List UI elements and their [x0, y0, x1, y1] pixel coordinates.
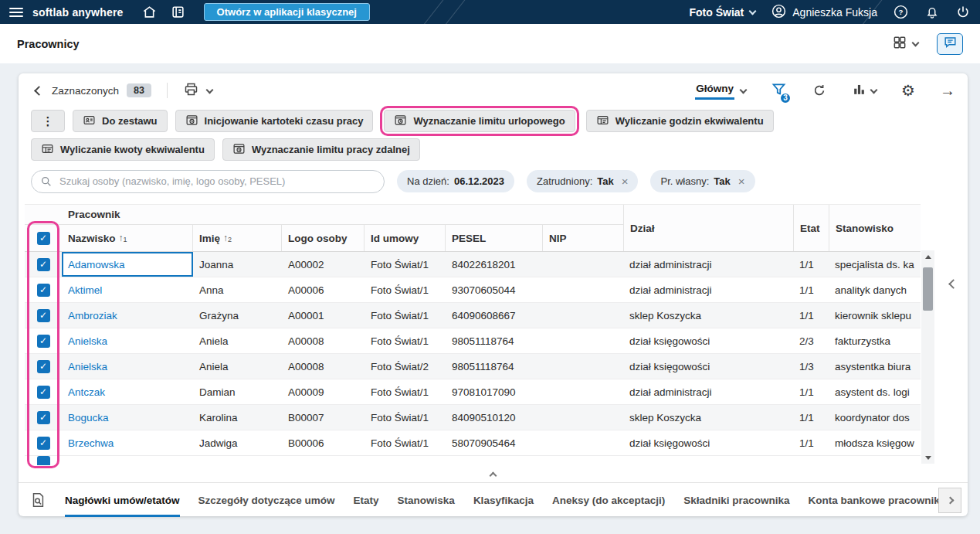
refresh-button[interactable] — [812, 83, 827, 98]
wyliczanie-kwoty-button[interactable]: Wyliczanie kwoty ekwiwalentu — [31, 138, 215, 161]
table-row[interactable]: ✓ Ambroziak Grażyna A00001 Foto Świat/1 … — [25, 303, 921, 328]
row-checkbox[interactable]: ✓ — [37, 335, 50, 348]
cell-etat[interactable]: 1/1 — [793, 386, 829, 398]
chevron-down-icon[interactable] — [206, 86, 214, 94]
cell-nazwisko[interactable]: Anielska — [62, 361, 193, 372]
row-checkbox[interactable]: ✓ — [37, 258, 50, 271]
cell-logo-osoby[interactable]: B00007 — [282, 412, 365, 423]
own-worker-filter-chip[interactable]: Pr. własny: Tak × — [650, 170, 754, 192]
tab-stanowiska[interactable]: Stanowiska — [398, 483, 455, 517]
cell-dzial[interactable]: dział administracji — [623, 284, 793, 296]
row-checkbox[interactable]: ✓ — [37, 360, 50, 373]
collapse-side-panel-button[interactable] — [946, 273, 961, 294]
cell-etat[interactable]: 1/3 — [793, 361, 829, 372]
row-checkbox[interactable]: ✓ — [37, 284, 50, 297]
row-checkbox[interactable]: ✓ — [37, 411, 50, 424]
table-row[interactable]: ✓ Anielska Aniela A00008 Foto Świat/1 98… — [25, 328, 921, 354]
column-header-imie[interactable]: Imię ↑2 — [193, 225, 282, 251]
cell-logo-osoby[interactable]: A00006 — [282, 284, 365, 296]
settings-gear-icon[interactable]: ⚙ — [901, 83, 915, 98]
cell-nazwisko[interactable]: Ambroziak — [62, 310, 193, 321]
tab-konta-bankowe[interactable]: Konta bankowe pracownik — [809, 483, 940, 517]
employed-filter-chip[interactable]: Zatrudniony: Tak × — [527, 170, 638, 192]
print-button[interactable] — [183, 81, 212, 100]
cell-id-umowy[interactable]: Foto Świat/1 — [365, 310, 446, 321]
cell-id-umowy[interactable]: Foto Świat/1 — [365, 335, 446, 347]
close-icon[interactable]: × — [738, 175, 745, 187]
wyznaczanie-limitu-pracy-zdalnej-button[interactable]: Wyznaczanie limitu pracy zdalnej — [222, 138, 420, 161]
cell-nazwisko[interactable]: Brzechwa — [62, 437, 193, 449]
power-logout-icon[interactable] — [955, 5, 971, 20]
cell-etat[interactable]: 1/1 — [793, 437, 829, 449]
cell-pesel[interactable]: 98051118764 — [446, 361, 543, 372]
charts-button[interactable] — [852, 82, 877, 100]
vertical-scrollbar[interactable] — [921, 250, 934, 464]
column-header-etat[interactable]: Etat — [793, 205, 829, 251]
cell-stanowisko[interactable]: fakturzystka — [829, 335, 921, 347]
cell-id-umowy[interactable]: Foto Świat/1 — [365, 386, 446, 398]
cell-logo-osoby[interactable]: A00002 — [282, 259, 365, 270]
tab-skladniki[interactable]: Składniki pracownika — [683, 483, 789, 517]
expand-arrow-right-icon[interactable]: → — [940, 83, 955, 98]
cell-stanowisko[interactable]: specjalista ds. ka — [829, 259, 921, 270]
tab-aneksy[interactable]: Aneksy (do akceptacji) — [552, 483, 665, 517]
scrollbar-track[interactable] — [921, 263, 934, 451]
row-checkbox[interactable]: ✓ — [37, 309, 50, 322]
cell-logo-osoby[interactable]: A00008 — [282, 361, 365, 372]
cell-pesel[interactable]: 98051118764 — [446, 335, 543, 347]
select-all-checkbox[interactable]: ✓ — [37, 232, 50, 245]
column-header-stanowisko[interactable]: Stanowisko — [829, 205, 921, 251]
close-icon[interactable]: × — [622, 175, 629, 187]
back-chevron-button[interactable] — [31, 84, 47, 97]
cell-etat[interactable]: 2/3 — [793, 335, 829, 347]
cell-dzial[interactable]: dział administracji — [623, 386, 793, 398]
open-classic-app-button[interactable]: Otwórz w aplikacji klasycznej — [204, 3, 370, 21]
cell-stanowisko[interactable]: koordynator dos — [829, 412, 921, 423]
cell-nazwisko[interactable]: Aktimel — [62, 284, 193, 296]
search-input[interactable] — [31, 170, 385, 193]
scrollbar-thumb[interactable] — [923, 267, 933, 311]
tab-szczegoly-umow[interactable]: Szczegóły dotyczące umów — [198, 483, 335, 517]
cell-nazwisko[interactable]: Bogucka — [62, 412, 193, 423]
tab-naglowki-umow[interactable]: Nagłówki umów/etatów — [65, 483, 180, 517]
cell-id-umowy[interactable]: Foto Świat/1 — [365, 412, 446, 423]
cell-etat[interactable]: 1/1 — [793, 259, 829, 270]
cell-stanowisko[interactable]: kierownik sklepu — [829, 310, 921, 321]
journal-icon[interactable] — [171, 5, 185, 19]
cell-dzial[interactable]: dział księgowości — [623, 361, 793, 372]
cell-logo-osoby[interactable]: B00006 — [282, 437, 365, 449]
table-row[interactable]: ✓ Bogucka Karolina B00007 Foto Świat/1 8… — [25, 405, 921, 430]
column-header-dzial[interactable]: Dział — [623, 205, 793, 251]
do-zestawu-button[interactable]: Do zestawu — [73, 110, 168, 132]
scroll-up-button[interactable] — [921, 250, 934, 263]
layout-switcher[interactable] — [892, 35, 918, 53]
cell-etat[interactable]: 1/1 — [793, 284, 829, 296]
hamburger-menu-icon[interactable] — [9, 8, 23, 17]
help-icon[interactable]: ? — [893, 4, 909, 20]
home-icon[interactable] — [142, 5, 157, 19]
cell-pesel[interactable]: 58070905464 — [446, 437, 543, 449]
cell-logo-osoby[interactable]: A00001 — [282, 310, 365, 321]
table-row[interactable]: ✓ Aktimel Anna A00006 Foto Świat/1 93070… — [25, 277, 921, 303]
cell-id-umowy[interactable]: Foto Świat/1 — [365, 259, 446, 270]
table-row-partial[interactable] — [25, 456, 921, 465]
cell-stanowisko[interactable]: analityk danych — [829, 284, 921, 296]
cell-etat[interactable]: 1/1 — [793, 412, 829, 423]
feedback-chat-button[interactable] — [937, 33, 963, 55]
cell-nazwisko[interactable]: Antczak — [62, 386, 193, 398]
table-row[interactable]: ✓ Adamowska Joanna A00002 Foto Świat/1 8… — [25, 252, 921, 277]
table-row[interactable]: ✓ Anielska Aniela A00008 Foto Świat/2 98… — [25, 354, 921, 379]
cell-dzial[interactable]: sklep Koszycka — [623, 412, 793, 423]
column-header-id-umowy[interactable]: Id umowy — [365, 225, 446, 251]
cell-pesel[interactable]: 84090510120 — [446, 412, 543, 423]
column-header-logo-osoby[interactable]: Logo osoby — [282, 225, 365, 251]
cell-imie[interactable]: Aniela — [193, 335, 282, 347]
cell-nazwisko[interactable]: Anielska — [62, 335, 193, 347]
row-checkbox[interactable]: ✓ — [37, 386, 50, 399]
cell-pesel[interactable]: 64090608667 — [446, 310, 543, 321]
date-chip[interactable]: Na dzień: 06.12.2023 — [397, 170, 514, 192]
table-row[interactable]: ✓ Brzechwa Jadwiga B00006 Foto Świat/1 5… — [25, 430, 921, 456]
cell-imie[interactable]: Karolina — [193, 412, 282, 423]
filter-button[interactable]: 3 — [771, 81, 787, 100]
cell-id-umowy[interactable]: Foto Świat/2 — [365, 361, 446, 372]
